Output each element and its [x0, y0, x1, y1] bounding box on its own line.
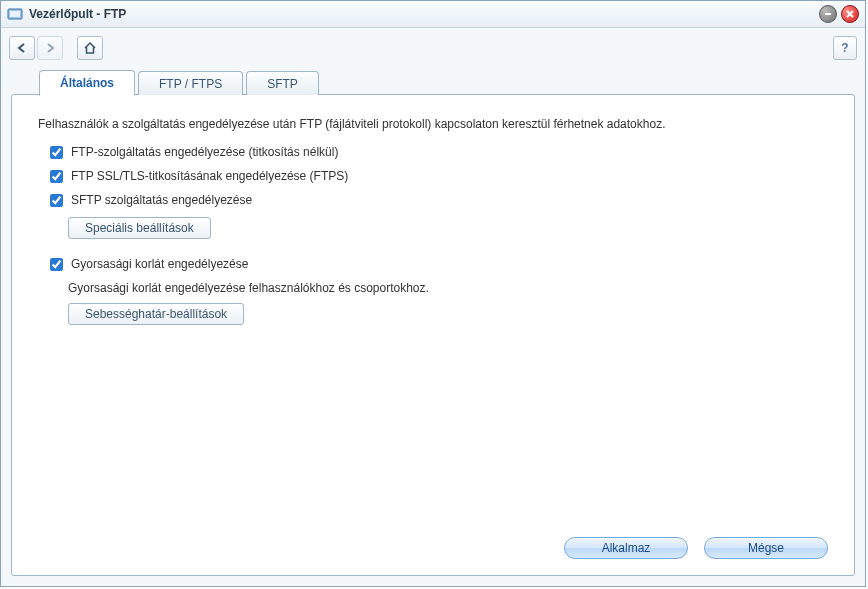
checkbox-speed-limit[interactable] [50, 258, 63, 271]
cancel-button[interactable]: Mégse [704, 537, 828, 559]
checkbox-label: SFTP szolgáltatás engedélyezése [71, 193, 252, 207]
close-button[interactable] [841, 5, 859, 23]
checkbox-ftps[interactable] [50, 170, 63, 183]
row-enable-ftp-plain: FTP-szolgáltatás engedélyezése (titkosít… [50, 145, 828, 159]
tab-label: Általános [60, 76, 114, 90]
toolbar: ? [1, 28, 865, 64]
footer-buttons: Alkalmaz Mégse [564, 537, 828, 559]
tabs: Általános FTP / FTPS SFTP [11, 67, 855, 95]
control-panel-window: Vezérlőpult - FTP [0, 0, 866, 587]
checkbox-label: Gyorsasági korlát engedélyezése [71, 257, 248, 271]
help-icon: ? [841, 41, 848, 55]
speed-limit-settings-button[interactable]: Sebességhatár-beállítások [68, 303, 244, 325]
control-panel-icon [7, 6, 23, 22]
apply-button[interactable]: Alkalmaz [564, 537, 688, 559]
home-icon [83, 42, 97, 54]
tab-label: SFTP [267, 77, 298, 91]
content-area: Általános FTP / FTPS SFTP Felhasználók a… [11, 67, 855, 576]
arrow-left-icon [16, 42, 28, 54]
svg-rect-1 [10, 11, 20, 17]
window-title: Vezérlőpult - FTP [29, 7, 819, 21]
description-text: Felhasználók a szolgáltatás engedélyezés… [38, 117, 828, 131]
forward-button[interactable] [37, 36, 63, 60]
checkbox-sftp[interactable] [50, 194, 63, 207]
checkbox-label: FTP SSL/TLS-titkosításának engedélyezése… [71, 169, 348, 183]
advanced-settings-button[interactable]: Speciális beállítások [68, 217, 211, 239]
speed-limit-subtext: Gyorsasági korlát engedélyezése felhaszn… [68, 281, 828, 295]
tab-panel-general: Felhasználók a szolgáltatás engedélyezés… [11, 94, 855, 576]
checkbox-ftp-plain[interactable] [50, 146, 63, 159]
titlebar: Vezérlőpult - FTP [1, 1, 865, 28]
checkbox-label: FTP-szolgáltatás engedélyezése (titkosít… [71, 145, 338, 159]
back-button[interactable] [9, 36, 35, 60]
help-button[interactable]: ? [833, 36, 857, 60]
minimize-button[interactable] [819, 5, 837, 23]
tab-general[interactable]: Általános [39, 70, 135, 96]
row-enable-ftps: FTP SSL/TLS-titkosításának engedélyezése… [50, 169, 828, 183]
tab-sftp[interactable]: SFTP [246, 71, 319, 95]
row-enable-speed-limit: Gyorsasági korlát engedélyezése [50, 257, 828, 271]
home-button[interactable] [77, 36, 103, 60]
tab-label: FTP / FTPS [159, 77, 222, 91]
row-enable-sftp: SFTP szolgáltatás engedélyezése [50, 193, 828, 207]
arrow-right-icon [44, 42, 56, 54]
tab-ftp-ftps[interactable]: FTP / FTPS [138, 71, 243, 95]
titlebar-buttons [819, 5, 859, 23]
